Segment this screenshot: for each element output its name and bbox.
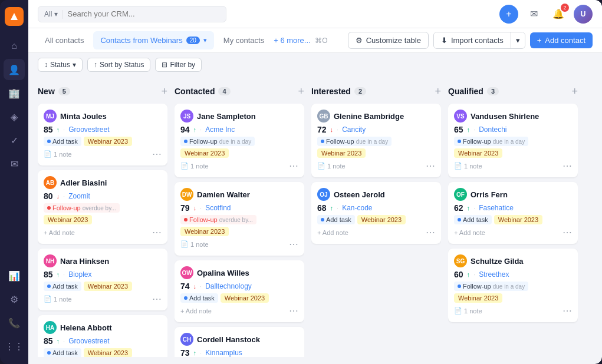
tab-all-contacts[interactable]: All contacts bbox=[38, 31, 91, 49]
sidebar-item-settings[interactable]: ⚙ bbox=[4, 289, 25, 310]
add-note[interactable]: + Add note bbox=[317, 229, 348, 236]
company-link[interactable]: Dontechi bbox=[479, 125, 506, 134]
col-add-interested[interactable]: + bbox=[435, 86, 441, 97]
company-link[interactable]: Streethex bbox=[479, 270, 509, 279]
more-options-icon[interactable]: ⋯ bbox=[152, 227, 162, 238]
tab-my-contacts-label: My contacts bbox=[223, 36, 264, 45]
tab-webinar-contacts[interactable]: Contacts from Webinars 20 ▾ bbox=[93, 31, 213, 49]
more-options-icon[interactable]: ⋯ bbox=[426, 160, 435, 171]
tabs-right: ⚙ Customize table ⬇ Import contacts ▾ + … bbox=[348, 32, 593, 49]
table-row[interactable]: GB Glenine Bambridge 72 ↓ · Cancity Foll… bbox=[311, 104, 441, 177]
sidebar-item-home[interactable]: ⌂ bbox=[4, 35, 25, 57]
more-options-icon[interactable]: ⋯ bbox=[562, 305, 572, 316]
task-tag[interactable]: Follow-up due in a day bbox=[454, 282, 528, 291]
webinar-tag: Webinar 2023 bbox=[44, 215, 92, 224]
contact-avatar: VS bbox=[454, 110, 467, 123]
note-text: 📄1 note bbox=[180, 162, 209, 170]
search-dropdown[interactable]: All ▾ bbox=[44, 10, 58, 18]
sidebar-item-reports[interactable]: 📊 bbox=[4, 265, 25, 286]
card-header: OW Opalina Willes bbox=[180, 266, 298, 279]
more-options-icon[interactable]: ⋯ bbox=[562, 227, 572, 238]
table-row[interactable]: HA Helena Abbott 85 ↑ · Groovestreet Add… bbox=[38, 315, 167, 357]
card-footer: + Add note ⋯ bbox=[454, 227, 572, 238]
table-row[interactable]: OW Opalina Willes 74 ↓ · Dalltechnology … bbox=[175, 260, 304, 322]
search-input[interactable] bbox=[68, 9, 221, 18]
note-text: 📄1 note bbox=[317, 162, 346, 170]
task-tag[interactable]: Follow-up due in a day bbox=[317, 137, 392, 146]
table-row[interactable]: NH Nara Hinksen 85 ↑ · Bioplex Add task … bbox=[38, 249, 167, 310]
task-tag[interactable]: Follow-up due in a day bbox=[180, 137, 255, 146]
company-link[interactable]: Cancity bbox=[342, 125, 366, 134]
sidebar-item-email[interactable]: ✉ bbox=[4, 153, 25, 174]
tab-my-contacts[interactable]: My contacts bbox=[216, 31, 271, 49]
tab-more[interactable]: + 6 more... ⌘O bbox=[274, 36, 327, 45]
sidebar-item-deals[interactable]: ◈ bbox=[4, 106, 25, 127]
customize-table-button[interactable]: ⚙ Customize table bbox=[348, 32, 429, 49]
add-note[interactable]: + Add note bbox=[180, 307, 212, 315]
sidebar-item-grid[interactable]: ⋮⋮ bbox=[4, 336, 25, 357]
company-link[interactable]: Acme Inc bbox=[205, 125, 235, 134]
table-row[interactable]: MJ Minta Joules 85 ↑ · Groovestreet Add … bbox=[38, 104, 167, 166]
task-dot bbox=[47, 206, 51, 210]
add-button[interactable]: + bbox=[499, 5, 518, 24]
company-link[interactable]: Kan-code bbox=[342, 204, 372, 212]
score-value: 65 bbox=[454, 125, 463, 134]
status-filter[interactable]: ↕ Status ▾ bbox=[38, 58, 83, 72]
sort-filter[interactable]: ↑ Sort by Status bbox=[87, 58, 150, 72]
table-row[interactable]: VS Vandusen Shirlene 65 ↑ · Dontechi Fol… bbox=[448, 104, 578, 177]
trend-icon: ↑ bbox=[467, 126, 471, 133]
more-options-icon[interactable]: ⋯ bbox=[562, 160, 572, 171]
filter-by-button[interactable]: ⊟ Filter by bbox=[155, 58, 202, 72]
task-tag[interactable]: Add task bbox=[44, 282, 81, 291]
app-logo[interactable] bbox=[5, 7, 24, 26]
company-link[interactable]: Fasehatice bbox=[479, 204, 514, 212]
notifications-button[interactable]: 🔔 2 bbox=[549, 5, 568, 24]
contact-name: Minta Joules bbox=[60, 112, 107, 121]
sidebar-item-companies[interactable]: 🏢 bbox=[4, 82, 25, 104]
col-add-new[interactable]: + bbox=[161, 86, 167, 97]
table-row[interactable]: OF Orris Fern 62 ↑ · Fasehatice Add task… bbox=[448, 182, 578, 244]
sidebar-item-tasks[interactable]: ✓ bbox=[4, 130, 25, 151]
col-add-qualified[interactable]: + bbox=[571, 86, 578, 97]
table-row[interactable]: OJ Osteen Jerold 68 ↑ · Kan-code Add tas… bbox=[311, 182, 441, 244]
task-tag[interactable]: Add task bbox=[44, 348, 81, 357]
company-link[interactable]: Scotfind bbox=[205, 204, 231, 212]
sidebar-item-contacts[interactable]: 👤 bbox=[4, 59, 25, 80]
more-options-icon[interactable]: ⋯ bbox=[289, 239, 298, 250]
task-tag[interactable]: Follow-up overdue by... bbox=[180, 215, 256, 224]
more-options-icon[interactable]: ⋯ bbox=[289, 160, 298, 171]
more-options-icon[interactable]: ⋯ bbox=[426, 227, 435, 238]
table-row[interactable]: DW Damien Walter 79 ↓ · Scotfind Follow-… bbox=[175, 182, 304, 256]
task-tag[interactable]: Follow-up overdue by... bbox=[44, 203, 120, 213]
email-button[interactable]: ✉ bbox=[524, 5, 543, 24]
more-options-icon[interactable]: ⋯ bbox=[289, 305, 298, 316]
import-contacts-button[interactable]: ⬇ Import contacts bbox=[434, 32, 511, 48]
task-tag[interactable]: Add task bbox=[454, 215, 492, 224]
company-link[interactable]: Zoomit bbox=[68, 192, 90, 200]
add-contact-button[interactable]: + Add contact bbox=[530, 32, 593, 48]
sidebar-item-phone[interactable]: 📞 bbox=[4, 312, 25, 333]
table-row[interactable]: CH Cordell Hanstock 73 ↑ · Kinnamplus Ad… bbox=[175, 327, 304, 357]
user-avatar[interactable]: U bbox=[574, 5, 593, 24]
search-bar[interactable]: All ▾ | bbox=[38, 6, 226, 22]
col-add-contacted[interactable]: + bbox=[298, 86, 304, 97]
add-note[interactable]: + Add note bbox=[454, 229, 485, 236]
company-link[interactable]: Groovestreet bbox=[68, 337, 109, 345]
table-row[interactable]: SG Schultze Gilda 60 ↑ · Streethex Follo… bbox=[448, 249, 578, 322]
company-link[interactable]: Bioplex bbox=[68, 270, 91, 279]
table-row[interactable]: JS Jane Sampleton 94 ↑ · Acme Inc Follow… bbox=[175, 104, 304, 177]
company-link[interactable]: Dalltechnology bbox=[205, 282, 252, 290]
import-dropdown-button[interactable]: ▾ bbox=[511, 32, 525, 48]
task-tag[interactable]: Add task bbox=[44, 137, 81, 146]
company-link[interactable]: Kinnamplus bbox=[205, 349, 242, 357]
task-tag[interactable]: Add task bbox=[317, 215, 355, 224]
more-options-icon[interactable]: ⋯ bbox=[152, 293, 162, 305]
add-note[interactable]: + Add note bbox=[44, 229, 75, 236]
more-options-icon[interactable]: ⋯ bbox=[152, 148, 162, 160]
task-tag[interactable]: Add task bbox=[180, 293, 218, 303]
score-value: 73 bbox=[180, 348, 190, 357]
table-row[interactable]: AB Adler Biasini 80 ↓ · Zoomit Follow-up… bbox=[38, 170, 167, 244]
task-tag[interactable]: Follow-up due in a day bbox=[454, 137, 528, 146]
company-link[interactable]: Groovestreet bbox=[68, 125, 109, 134]
webinar-tag: Webinar 2023 bbox=[494, 215, 542, 224]
